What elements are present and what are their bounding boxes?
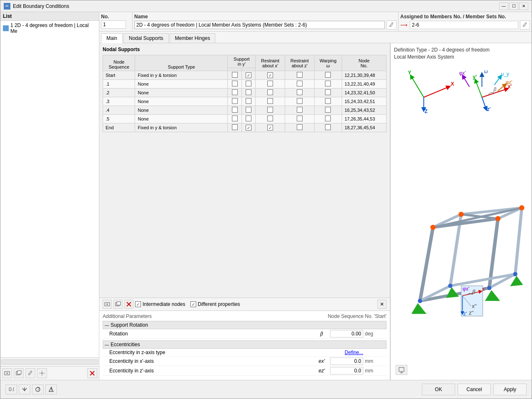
checkbox-rz-2[interactable]: [297, 89, 303, 95]
bottom-icon-3[interactable]: ?: [32, 384, 44, 394]
support-rotation-header[interactable]: — Support Rotation: [103, 321, 387, 329]
toolbar-close-button[interactable]: ✕: [377, 300, 387, 309]
list-panel-body: 1 2D - 4 degrees of freedom | Local Me: [0, 21, 99, 357]
assigned-input[interactable]: [410, 21, 518, 29]
name-section: Name: [133, 12, 399, 31]
checkbox-sy2-1[interactable]: [246, 81, 251, 86]
checkbox-rx-end[interactable]: [267, 125, 273, 131]
svg-marker-50: [411, 303, 426, 314]
checkbox-rz-3[interactable]: [297, 98, 303, 104]
checkbox-w-start[interactable]: [325, 72, 331, 78]
svg-text:φz': φz': [506, 79, 512, 85]
checkbox-rx-4[interactable]: [267, 107, 273, 113]
cell-type-5: None: [135, 115, 228, 123]
checkbox-sy1-start[interactable]: [232, 72, 238, 78]
nodal-supports-title: Nodal Supports: [103, 47, 387, 52]
bottom-icon-4[interactable]: f: [45, 384, 57, 394]
apply-button[interactable]: Apply: [493, 384, 527, 395]
checkbox-sy2-5[interactable]: [246, 116, 251, 121]
checkbox-rx-1[interactable]: [267, 81, 273, 86]
z-axis-type-value[interactable]: Define...: [345, 350, 363, 355]
checkbox-sy1-5[interactable]: [232, 116, 238, 121]
main-content: List 1 2D - 4 degrees of freedom | Local…: [0, 12, 532, 380]
checkbox-w-4[interactable]: [325, 107, 331, 113]
checkbox-w-2[interactable]: [325, 89, 331, 95]
assigned-edit-button[interactable]: [520, 20, 530, 30]
list-item[interactable]: 1 2D - 4 degrees of freedom | Local Me: [1, 22, 98, 35]
checkbox-w-1[interactable]: [325, 81, 331, 86]
name-edit-button[interactable]: [387, 20, 397, 30]
svg-point-58: [418, 298, 422, 303]
cell-rx-start[interactable]: [256, 71, 285, 80]
svg-text:X: X: [451, 81, 454, 87]
checkbox-sy2-end[interactable]: [246, 125, 251, 131]
checkbox-w-3[interactable]: [325, 98, 331, 104]
minimize-button[interactable]: —: [499, 2, 508, 10]
list-item-icon: [3, 25, 9, 31]
bottom-icon-1[interactable]: 0.0: [5, 384, 17, 394]
th-seq: NodeSequence: [103, 55, 135, 71]
no-input[interactable]: [101, 20, 126, 29]
svg-marker-53: [510, 276, 523, 286]
add-row-button[interactable]: [2, 368, 12, 378]
checkbox-sy2-4[interactable]: [246, 107, 251, 113]
cell-w-start[interactable]: [314, 71, 342, 80]
checkbox-sy1-3[interactable]: [232, 98, 238, 104]
eccentricities-header[interactable]: — Eccentricities: [103, 340, 387, 349]
checkbox-sy2-3[interactable]: [246, 98, 251, 104]
checkbox-rz-5[interactable]: [297, 116, 303, 121]
checkbox-rx-start[interactable]: [267, 72, 273, 78]
checkbox-sy1-end[interactable]: [232, 124, 238, 130]
settings-button[interactable]: [37, 368, 47, 378]
export-viz-button[interactable]: [396, 365, 407, 375]
maximize-button[interactable]: ☐: [509, 2, 518, 10]
cell-rz-start[interactable]: [285, 71, 314, 80]
checkbox-w-5[interactable]: [325, 116, 331, 121]
intermediate-nodes-checkbox-label[interactable]: Intermediate nodes: [135, 301, 185, 307]
list-item-label: 1 2D - 4 degrees of freedom | Local Me: [10, 22, 96, 34]
assigned-input-row: ⟶: [400, 20, 530, 30]
duplicate-button[interactable]: [14, 368, 24, 378]
svg-line-23: [476, 81, 482, 97]
checkbox-rz-1[interactable]: [297, 81, 303, 86]
different-properties-checkbox-label[interactable]: Different properties: [190, 301, 240, 307]
checkbox-w-end[interactable]: [325, 124, 331, 130]
th-sy1: [228, 68, 241, 71]
x-prime-value-input[interactable]: [330, 357, 363, 365]
cancel-button[interactable]: Cancel: [458, 384, 491, 395]
checkbox-rz-4[interactable]: [297, 107, 303, 113]
rename-button[interactable]: [25, 368, 35, 378]
copy-row-btn[interactable]: [113, 300, 123, 309]
ok-button[interactable]: OK: [422, 384, 455, 395]
svg-text:Z: Z: [425, 108, 428, 114]
name-input[interactable]: [134, 21, 385, 29]
checkbox-sy1-2[interactable]: [232, 89, 238, 95]
checkbox-sy1-4[interactable]: [232, 107, 238, 113]
checkbox-rx-5[interactable]: [267, 116, 273, 121]
checkbox-rz-end[interactable]: [297, 124, 303, 130]
checkbox-rz-start[interactable]: [297, 72, 303, 78]
delete-button[interactable]: [87, 368, 97, 378]
bottom-icon-2[interactable]: [19, 384, 30, 394]
tab-nodal-supports[interactable]: Nodal Supports: [123, 33, 169, 43]
add-row-table-btn[interactable]: [103, 300, 112, 309]
checkbox-sy1-1[interactable]: [232, 81, 238, 86]
cell-sy1-start[interactable]: [228, 71, 241, 80]
cell-sy2-start[interactable]: [241, 71, 255, 80]
different-properties-checkbox[interactable]: [190, 301, 196, 307]
svg-line-39: [515, 208, 522, 274]
svg-text:z': z': [463, 311, 467, 317]
checkbox-rx-3[interactable]: [267, 98, 273, 104]
titlebar-controls: — ☐ ✕: [499, 2, 528, 10]
rotation-value-input[interactable]: [330, 330, 363, 337]
checkbox-sy2-start[interactable]: [246, 72, 251, 78]
intermediate-nodes-checkbox[interactable]: [135, 301, 141, 307]
close-button[interactable]: ✕: [519, 2, 528, 10]
z-prime-value-input[interactable]: [330, 367, 363, 374]
checkbox-sy2-2[interactable]: [246, 89, 251, 95]
tab-member-hinges[interactable]: Member Hinges: [170, 33, 216, 43]
checkbox-rx-2[interactable]: [267, 89, 273, 95]
delete-row-btn[interactable]: [124, 300, 133, 309]
tab-main[interactable]: Main: [101, 33, 123, 43]
horizontal-scrollbar[interactable]: [1, 360, 98, 365]
